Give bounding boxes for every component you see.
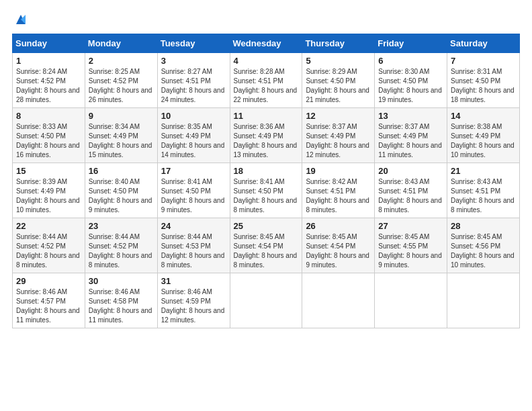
day-info: Sunrise: 8:25 AM Sunset: 4:52 PM Dayligh… [89, 67, 154, 105]
table-row: 23 Sunrise: 8:44 AM Sunset: 4:52 PM Dayl… [85, 218, 157, 273]
calendar-header-row: Sunday Monday Tuesday Wednesday Thursday… [13, 34, 520, 53]
day-info: Sunrise: 8:24 AM Sunset: 4:52 PM Dayligh… [16, 67, 81, 105]
day-info: Sunrise: 8:37 AM Sunset: 4:49 PM Dayligh… [378, 122, 443, 160]
day-info: Sunrise: 8:46 AM Sunset: 4:57 PM Dayligh… [16, 287, 81, 325]
day-info: Sunrise: 8:45 AM Sunset: 4:56 PM Dayligh… [451, 232, 516, 270]
header [12, 12, 520, 27]
day-info: Sunrise: 8:46 AM Sunset: 4:59 PM Dayligh… [161, 287, 226, 325]
logo [12, 12, 28, 27]
col-sunday: Sunday [13, 34, 85, 53]
table-row: 31 Sunrise: 8:46 AM Sunset: 4:59 PM Dayl… [157, 273, 230, 328]
day-info: Sunrise: 8:46 AM Sunset: 4:58 PM Dayligh… [89, 287, 154, 325]
col-saturday: Saturday [447, 34, 520, 53]
day-number: 29 [16, 276, 81, 286]
table-row: 15 Sunrise: 8:39 AM Sunset: 4:49 PM Dayl… [13, 163, 85, 218]
table-row: 27 Sunrise: 8:45 AM Sunset: 4:55 PM Dayl… [375, 218, 447, 273]
day-number: 28 [451, 221, 516, 231]
table-row [230, 273, 302, 328]
table-row: 17 Sunrise: 8:41 AM Sunset: 4:50 PM Dayl… [157, 163, 230, 218]
day-number: 19 [306, 166, 371, 176]
day-info: Sunrise: 8:42 AM Sunset: 4:51 PM Dayligh… [306, 177, 371, 215]
table-row: 30 Sunrise: 8:46 AM Sunset: 4:58 PM Dayl… [85, 273, 157, 328]
table-row: 8 Sunrise: 8:33 AM Sunset: 4:50 PM Dayli… [13, 108, 85, 163]
day-number: 9 [89, 111, 154, 121]
calendar-week-row: 22 Sunrise: 8:44 AM Sunset: 4:52 PM Dayl… [13, 218, 520, 273]
day-number: 16 [89, 166, 154, 176]
day-number: 5 [306, 56, 371, 66]
table-row: 13 Sunrise: 8:37 AM Sunset: 4:49 PM Dayl… [375, 108, 447, 163]
page: Sunday Monday Tuesday Wednesday Thursday… [0, 0, 532, 411]
day-number: 2 [89, 56, 154, 66]
day-number: 27 [378, 221, 443, 231]
day-number: 8 [16, 111, 81, 121]
day-number: 1 [16, 56, 81, 66]
calendar-week-row: 1 Sunrise: 8:24 AM Sunset: 4:52 PM Dayli… [13, 53, 520, 108]
day-info: Sunrise: 8:44 AM Sunset: 4:52 PM Dayligh… [89, 232, 154, 270]
day-number: 26 [306, 221, 371, 231]
day-info: Sunrise: 8:38 AM Sunset: 4:49 PM Dayligh… [451, 122, 516, 160]
table-row: 20 Sunrise: 8:43 AM Sunset: 4:51 PM Dayl… [375, 163, 447, 218]
col-thursday: Thursday [302, 34, 375, 53]
calendar-week-row: 15 Sunrise: 8:39 AM Sunset: 4:49 PM Dayl… [13, 163, 520, 218]
table-row: 14 Sunrise: 8:38 AM Sunset: 4:49 PM Dayl… [447, 108, 520, 163]
table-row: 6 Sunrise: 8:30 AM Sunset: 4:50 PM Dayli… [375, 53, 447, 108]
calendar-week-row: 29 Sunrise: 8:46 AM Sunset: 4:57 PM Dayl… [13, 273, 520, 328]
day-number: 13 [378, 111, 443, 121]
table-row: 9 Sunrise: 8:34 AM Sunset: 4:49 PM Dayli… [85, 108, 157, 163]
day-info: Sunrise: 8:43 AM Sunset: 4:51 PM Dayligh… [451, 177, 516, 215]
day-number: 11 [234, 111, 299, 121]
logo-icon [13, 12, 28, 27]
table-row: 24 Sunrise: 8:44 AM Sunset: 4:53 PM Dayl… [157, 218, 230, 273]
day-info: Sunrise: 8:41 AM Sunset: 4:50 PM Dayligh… [234, 177, 299, 215]
day-number: 7 [451, 56, 516, 66]
col-tuesday: Tuesday [157, 34, 230, 53]
day-number: 25 [234, 221, 299, 231]
col-wednesday: Wednesday [230, 34, 302, 53]
table-row [375, 273, 447, 328]
table-row: 25 Sunrise: 8:45 AM Sunset: 4:54 PM Dayl… [230, 218, 302, 273]
table-row: 28 Sunrise: 8:45 AM Sunset: 4:56 PM Dayl… [447, 218, 520, 273]
day-number: 20 [378, 166, 443, 176]
calendar-table: Sunday Monday Tuesday Wednesday Thursday… [12, 34, 520, 328]
day-info: Sunrise: 8:34 AM Sunset: 4:49 PM Dayligh… [89, 122, 154, 160]
table-row: 7 Sunrise: 8:31 AM Sunset: 4:50 PM Dayli… [447, 53, 520, 108]
table-row: 18 Sunrise: 8:41 AM Sunset: 4:50 PM Dayl… [230, 163, 302, 218]
day-info: Sunrise: 8:35 AM Sunset: 4:49 PM Dayligh… [161, 122, 226, 160]
day-info: Sunrise: 8:45 AM Sunset: 4:55 PM Dayligh… [378, 232, 443, 270]
table-row [447, 273, 520, 328]
table-row: 5 Sunrise: 8:29 AM Sunset: 4:50 PM Dayli… [302, 53, 375, 108]
day-number: 30 [89, 276, 154, 286]
day-number: 3 [161, 56, 226, 66]
table-row: 1 Sunrise: 8:24 AM Sunset: 4:52 PM Dayli… [13, 53, 85, 108]
day-number: 24 [161, 221, 226, 231]
table-row: 12 Sunrise: 8:37 AM Sunset: 4:49 PM Dayl… [302, 108, 375, 163]
col-friday: Friday [375, 34, 447, 53]
day-number: 31 [161, 276, 226, 286]
day-number: 18 [234, 166, 299, 176]
table-row: 4 Sunrise: 8:28 AM Sunset: 4:51 PM Dayli… [230, 53, 302, 108]
day-number: 6 [378, 56, 443, 66]
table-row: 21 Sunrise: 8:43 AM Sunset: 4:51 PM Dayl… [447, 163, 520, 218]
day-info: Sunrise: 8:31 AM Sunset: 4:50 PM Dayligh… [451, 67, 516, 105]
day-number: 21 [451, 166, 516, 176]
table-row [302, 273, 375, 328]
day-info: Sunrise: 8:44 AM Sunset: 4:52 PM Dayligh… [16, 232, 81, 270]
day-info: Sunrise: 8:40 AM Sunset: 4:50 PM Dayligh… [89, 177, 154, 215]
day-info: Sunrise: 8:44 AM Sunset: 4:53 PM Dayligh… [161, 232, 226, 270]
day-number: 10 [161, 111, 226, 121]
day-number: 4 [234, 56, 299, 66]
day-info: Sunrise: 8:27 AM Sunset: 4:51 PM Dayligh… [161, 67, 226, 105]
calendar-week-row: 8 Sunrise: 8:33 AM Sunset: 4:50 PM Dayli… [13, 108, 520, 163]
day-info: Sunrise: 8:45 AM Sunset: 4:54 PM Dayligh… [234, 232, 299, 270]
day-info: Sunrise: 8:29 AM Sunset: 4:50 PM Dayligh… [306, 67, 371, 105]
day-number: 12 [306, 111, 371, 121]
day-info: Sunrise: 8:37 AM Sunset: 4:49 PM Dayligh… [306, 122, 371, 160]
table-row: 19 Sunrise: 8:42 AM Sunset: 4:51 PM Dayl… [302, 163, 375, 218]
day-info: Sunrise: 8:45 AM Sunset: 4:54 PM Dayligh… [306, 232, 371, 270]
day-info: Sunrise: 8:43 AM Sunset: 4:51 PM Dayligh… [378, 177, 443, 215]
table-row: 10 Sunrise: 8:35 AM Sunset: 4:49 PM Dayl… [157, 108, 230, 163]
day-info: Sunrise: 8:36 AM Sunset: 4:49 PM Dayligh… [234, 122, 299, 160]
table-row: 2 Sunrise: 8:25 AM Sunset: 4:52 PM Dayli… [85, 53, 157, 108]
table-row: 3 Sunrise: 8:27 AM Sunset: 4:51 PM Dayli… [157, 53, 230, 108]
table-row: 26 Sunrise: 8:45 AM Sunset: 4:54 PM Dayl… [302, 218, 375, 273]
